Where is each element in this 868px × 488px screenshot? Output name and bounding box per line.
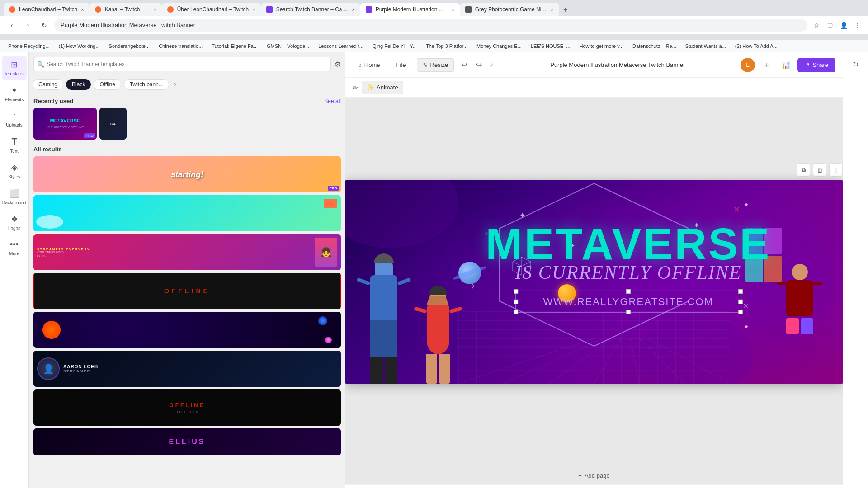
bookmark-3[interactable]: Sonderangebote... (105, 42, 154, 50)
settings-icon[interactable]: ⋮ (852, 20, 863, 31)
recent-template-game[interactable]: GA (99, 108, 127, 140)
bookmark-8[interactable]: Qing Fei De Yi – Y... (369, 42, 420, 50)
tab-6[interactable]: Grey Photocentric Game Nigh... × (460, 3, 559, 16)
animate-pencil-icon: ✏ (353, 84, 358, 91)
tool-elements[interactable]: ✦ Elements (2, 82, 27, 106)
tab-close-5[interactable]: × (451, 7, 454, 12)
bookmark-2[interactable]: (1) How Working... (55, 42, 104, 50)
uploads-icon: ↑ (12, 111, 16, 121)
tab-close-6[interactable]: × (551, 7, 553, 12)
undo-icon[interactable]: ↩ (459, 59, 469, 71)
canvas-container[interactable]: ⧉ 🗑 ⋮ ✦ ✦ (345, 98, 843, 466)
bookmark-12[interactable]: How to get more v... (576, 42, 627, 50)
template-starting[interactable]: starting! PRO (33, 156, 341, 192)
canvas-frame[interactable]: ✦ ✦ ✧ ✦ ✦ ✦ (345, 180, 843, 384)
tag-offline[interactable]: Offline (94, 79, 121, 90)
recent-template-metaverse[interactable]: METAVERSEIS CURRENTLY OFFLINE PRO (33, 108, 97, 140)
tag-gaming[interactable]: Gaming (33, 79, 63, 90)
bookmark-13[interactable]: Datenschutz – Re... (629, 42, 680, 50)
add-page-button[interactable]: + Add page (578, 472, 609, 479)
add-page-bar: + Add page (345, 466, 843, 484)
user-avatar[interactable]: L (741, 58, 755, 72)
profile-icon[interactable]: 👤 (838, 20, 849, 31)
recently-used-grid: METAVERSEIS CURRENTLY OFFLINE PRO GA (33, 108, 341, 140)
animate-button[interactable]: ✨ Animate (362, 81, 403, 94)
panel-content: Recently used See all METAVERSEIS CURREN… (29, 93, 345, 488)
see-all-button[interactable]: See all (324, 98, 341, 104)
bookmark-7[interactable]: Lessons Learned f... (315, 42, 367, 50)
tab-close-1[interactable]: × (81, 7, 84, 12)
tab-5-active[interactable]: Purple Modern Illustration Me... × (360, 3, 460, 16)
analytics-icon[interactable]: 📊 (778, 58, 793, 72)
bookmark-6[interactable]: GMSN – Vologda... (263, 42, 313, 50)
template-offline2[interactable]: OFFLINE BACK SOON (33, 389, 341, 426)
fit-page-icon[interactable]: ⊡ (807, 487, 819, 488)
tab-4[interactable]: Search Twitch Banner – Canva × (261, 3, 360, 16)
search-icon: 🔍 (37, 61, 44, 68)
bookmark-4[interactable]: Chinese translatio... (155, 42, 206, 50)
template-space[interactable] (33, 312, 341, 348)
file-button[interactable]: File (391, 58, 411, 72)
new-tab-button[interactable]: + (559, 4, 572, 16)
all-results-label: All results (33, 146, 62, 153)
template-ellius[interactable]: ELLIUS (33, 428, 341, 455)
tag-black[interactable]: Black (66, 79, 91, 90)
more-tags-icon[interactable]: › (172, 80, 178, 89)
canvas-copy-icon[interactable]: ⧉ (797, 163, 810, 177)
template-aaron[interactable]: 👤 AARON LOEB STREAMER (33, 351, 341, 387)
extension-icon[interactable]: ⬡ (825, 20, 835, 31)
plus-button[interactable]: + (760, 58, 774, 72)
tab-3[interactable]: Über LeonChaudhari – Twitch × (162, 3, 261, 16)
forward-button[interactable]: › (22, 19, 34, 32)
tool-background[interactable]: ⬜ Background (2, 185, 27, 209)
templates-icon: ⊞ (11, 60, 18, 70)
resize-button[interactable]: ⤡ Resize (417, 58, 454, 72)
tool-more[interactable]: ••• More (2, 236, 27, 260)
search-input[interactable] (33, 57, 331, 71)
template-anime[interactable]: STREAMING EVERYDAY AT P.M. TIME UNLIMITE… (33, 234, 341, 270)
address-bar[interactable] (54, 19, 807, 32)
bookmark-star-icon[interactable]: ☆ (811, 20, 822, 31)
banner-background: ✦ ✦ ✧ ✦ ✦ ✦ (345, 180, 843, 384)
save-status-icon: ✓ (489, 61, 495, 69)
bookmark-15[interactable]: (2) How To Add A... (731, 42, 781, 50)
animate-sparkle-icon: ✨ (367, 84, 374, 91)
styles-icon: ◈ (11, 163, 18, 173)
tag-twitch-banner[interactable]: Twitch bann... (124, 79, 169, 90)
share-button[interactable]: ↗ Share (797, 58, 835, 72)
tool-text[interactable]: T Text (2, 133, 27, 157)
tab-1[interactable]: LeonChaudhari – Twitch × (4, 3, 90, 16)
right-panel: ↻ (843, 52, 868, 488)
tool-templates[interactable]: ⊞ Templates (2, 56, 27, 80)
bookmark-10[interactable]: Money Changes E... (473, 42, 525, 50)
tool-uploads[interactable]: ↑ Uploads (2, 108, 27, 131)
right-refresh-icon[interactable]: ↻ (848, 56, 864, 72)
canvas-more-icon[interactable]: ⋮ (829, 163, 843, 177)
tool-styles[interactable]: ◈ Styles (2, 159, 27, 183)
home-button[interactable]: ⌂ Home (353, 58, 386, 72)
redo-icon[interactable]: ↪ (474, 59, 484, 71)
back-button[interactable]: ‹ (5, 19, 18, 32)
canvas-delete-icon[interactable]: 🗑 (813, 163, 826, 177)
fullscreen-icon[interactable]: ⛶ (823, 487, 835, 488)
tool-logos[interactable]: ❖ Logos (2, 211, 27, 235)
reload-button[interactable]: ↻ (38, 19, 51, 32)
bookmark-14[interactable]: Student Wants a... (682, 42, 730, 50)
recently-used-header: Recently used See all (33, 98, 341, 104)
template-offline-red[interactable]: OFFLINE (33, 273, 341, 309)
tab-close-4[interactable]: × (352, 7, 354, 12)
template-teal[interactable] (33, 195, 341, 231)
tab-2[interactable]: Kanal – Twitch × (90, 3, 162, 16)
tab-close-3[interactable]: × (252, 7, 255, 12)
bookmark-1[interactable]: Phone Recycling... (5, 42, 53, 50)
bookmark-9[interactable]: The Top 3 Platfor... (422, 42, 471, 50)
tab-bar: LeonChaudhari – Twitch × Kanal – Twitch … (0, 0, 868, 16)
bookmark-5[interactable]: Tutorial: Eigene Fa... (208, 42, 261, 50)
main-area: ⌂ Home File ⤡ Resize ↩ ↪ ✓ Purple Modern… (345, 52, 843, 488)
animate-bar: ✏ ✨ Animate (345, 78, 843, 98)
tab-close-2[interactable]: × (153, 7, 156, 12)
bookmark-11[interactable]: LEE'S HOUSE–... (527, 42, 574, 50)
canva-header-left: ⌂ Home File ⤡ Resize ↩ ↪ ✓ (353, 58, 495, 72)
filter-icon[interactable]: ⚙ (335, 60, 341, 69)
banner-subtitle: IS CURRENTLY OFFLINE (486, 261, 771, 283)
